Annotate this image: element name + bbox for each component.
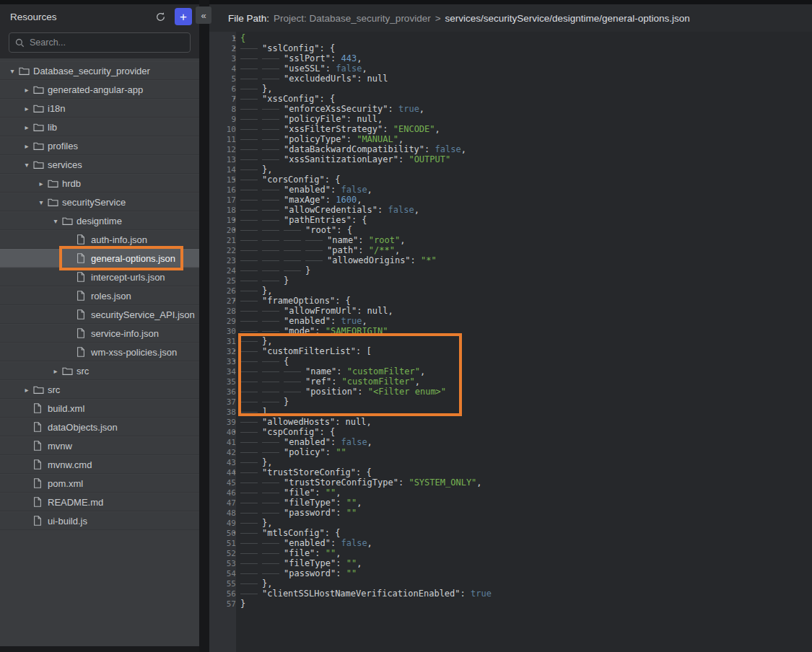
tree-item-src[interactable]: ▸src — [0, 361, 199, 380]
code-line[interactable]: 7▾"xssConfig": { — [209, 94, 812, 104]
add-button[interactable]: + — [175, 8, 192, 25]
code-line[interactable]: 31}, — [209, 336, 812, 346]
fold-arrow-icon[interactable]: ▾ — [232, 225, 236, 235]
code-line[interactable]: 11"policyType": "MANUAL", — [209, 134, 812, 144]
tree-item-mvnw-cmd[interactable]: mvnw.cmd — [0, 455, 199, 474]
code-line[interactable]: 51"enabled": false, — [209, 538, 812, 548]
code-line[interactable]: 16"enabled": false, — [209, 185, 812, 195]
chevron-right-icon[interactable]: ▸ — [49, 367, 62, 375]
sidebar-scrollbar-track[interactable] — [0, 646, 199, 652]
tree-item-i18n[interactable]: ▸i18n — [0, 99, 199, 118]
code-line[interactable]: 1▾{ — [209, 33, 812, 43]
chevron-right-icon[interactable]: ▸ — [20, 123, 33, 131]
tree-item-securityservice[interactable]: ▾securityService — [0, 193, 199, 211]
chevron-right-icon[interactable]: ▸ — [20, 142, 33, 150]
code-line[interactable]: 52"file": "", — [209, 548, 812, 558]
code-line[interactable]: 18"allowCredentials": false, — [209, 205, 812, 215]
code-line[interactable]: 15▾"corsConfig": { — [209, 175, 812, 185]
code-line[interactable]: 2▾"sslConfig": { — [209, 43, 812, 53]
tree-item-build-xml[interactable]: build.xml — [0, 399, 199, 418]
code-line[interactable]: 37} — [209, 397, 812, 407]
code-line[interactable]: 47"fileType": "", — [209, 498, 812, 508]
code-line[interactable]: 46"file": "", — [209, 488, 812, 498]
tree-item-roles-json[interactable]: roles.json — [0, 286, 199, 305]
code-line[interactable]: 23"allowedOrigins": "*" — [209, 255, 812, 265]
code-line[interactable]: 19▾"pathEntries": { — [209, 215, 812, 225]
tree-item-wm-xss-policies-json[interactable]: wm-xss-policies.json — [0, 343, 199, 361]
code-line[interactable]: 49}, — [209, 518, 812, 528]
code-line[interactable]: 5"excludedUrls": null — [209, 74, 812, 84]
chevron-right-icon[interactable]: ▸ — [20, 86, 33, 94]
chevron-down-icon[interactable]: ▾ — [35, 198, 48, 206]
fold-arrow-icon[interactable]: ▾ — [232, 467, 236, 477]
code-line[interactable]: 10"xssFilterStrategy": "ENCODE", — [209, 124, 812, 134]
code-line[interactable]: 30"mode": "SAMEORIGIN" — [209, 326, 812, 336]
tree-item-pom-xml[interactable]: pom.xml — [0, 474, 199, 493]
code-line[interactable]: 28"allowFromUrl": null, — [209, 306, 812, 316]
code-line[interactable]: 4"useSSL": false, — [209, 63, 812, 74]
code-line[interactable]: 41"enabled": false, — [209, 437, 812, 447]
chevron-down-icon[interactable]: ▾ — [20, 161, 33, 169]
code-line[interactable]: 50▾"mtlsConfig": { — [209, 528, 812, 538]
fold-arrow-icon[interactable]: ▾ — [232, 346, 236, 356]
code-line[interactable]: 25} — [209, 276, 812, 286]
code-line[interactable]: 32▾"customFilterList": [ — [209, 346, 812, 356]
search-input[interactable] — [30, 38, 184, 48]
code-line[interactable]: 40▾"cspConfig": { — [209, 427, 812, 437]
fold-arrow-icon[interactable]: ▾ — [232, 94, 236, 104]
tree-item-auth-info-json[interactable]: auth-info.json — [0, 230, 199, 249]
code-line[interactable]: 48"password": "" — [209, 508, 812, 518]
chevron-right-icon[interactable]: ▸ — [20, 105, 33, 113]
refresh-button[interactable] — [152, 8, 169, 25]
code-line[interactable]: 34"name": "customFilter", — [209, 366, 812, 376]
collapse-sidebar-button[interactable]: « — [196, 6, 211, 24]
code-line[interactable]: 36"position": "<Filter enum>" — [209, 387, 812, 397]
code-line[interactable]: 26}, — [209, 286, 812, 296]
code-line[interactable]: 12"dataBackwardCompatibility": false, — [209, 144, 812, 154]
code-line[interactable]: 38], — [209, 407, 812, 417]
tree-item-mvnw[interactable]: mvnw — [0, 436, 199, 455]
tree-item-dataobjects-json[interactable]: dataObjects.json — [0, 418, 199, 436]
code-line[interactable]: 45"trustStoreConfigType": "SYSTEM_ONLY", — [209, 477, 812, 488]
code-line[interactable]: 22"path": "/**", — [209, 245, 812, 255]
tree-item-src[interactable]: ▸src — [0, 380, 199, 399]
code-line[interactable]: 56"clientSSLHostNameVerificationEnabled"… — [209, 589, 812, 599]
code-line[interactable]: 55}, — [209, 578, 812, 589]
code-line[interactable]: 35"ref": "customFilter", — [209, 376, 812, 387]
code-line[interactable]: 3"sslPort": 443, — [209, 53, 812, 63]
code-line[interactable]: 20▾"root": { — [209, 225, 812, 235]
code-line[interactable]: 43}, — [209, 457, 812, 467]
code-line[interactable]: 8"enforceXssSecurity": true, — [209, 104, 812, 114]
code-line[interactable]: 39"allowedHosts": null, — [209, 417, 812, 427]
code-line[interactable]: 57} — [209, 599, 812, 609]
tree-item-general-options-json[interactable]: general-options.json — [0, 249, 199, 268]
chevron-down-icon[interactable]: ▾ — [6, 67, 19, 75]
fold-arrow-icon[interactable]: ▾ — [232, 43, 236, 53]
tree-item-readme-md[interactable]: README.md — [0, 493, 199, 511]
tree-item-service-info-json[interactable]: service-info.json — [0, 324, 199, 343]
fold-arrow-icon[interactable]: ▾ — [232, 296, 236, 306]
tree-item-hrdb[interactable]: ▸hrdb — [0, 174, 199, 193]
fold-arrow-icon[interactable]: ▾ — [232, 215, 236, 225]
code-line[interactable]: 21"name": "root", — [209, 235, 812, 245]
tree-item-ui-build-js[interactable]: ui-build.js — [0, 511, 199, 530]
fold-arrow-icon[interactable]: ▾ — [232, 356, 236, 366]
tree-item-securityservice-api-json[interactable]: securityService_API.json — [0, 305, 199, 324]
code-line[interactable]: 27▾"frameOptions": { — [209, 296, 812, 306]
tree-item-generated-angular-app[interactable]: ▸generated-angular-app — [0, 80, 199, 99]
code-line[interactable]: 33▾{ — [209, 356, 812, 366]
code-line[interactable]: 17"maxAge": 1600, — [209, 195, 812, 205]
code-line[interactable]: 29"enabled": true, — [209, 316, 812, 326]
code-line[interactable]: 14}, — [209, 164, 812, 175]
tree-item-database-security-provider[interactable]: ▾Database_security_provider — [0, 61, 199, 80]
code-line[interactable]: 6}, — [209, 84, 812, 94]
tree-item-services[interactable]: ▾services — [0, 155, 199, 174]
code-line[interactable]: 44▾"trustStoreConfig": { — [209, 467, 812, 477]
code-line[interactable]: 13"xssSanitizationLayer": "OUTPUT" — [209, 154, 812, 164]
search-box[interactable] — [9, 32, 191, 53]
fold-arrow-icon[interactable]: ▾ — [232, 427, 236, 437]
code-line[interactable]: 9"policyFile": null, — [209, 114, 812, 124]
fold-arrow-icon[interactable]: ▾ — [232, 33, 236, 43]
code-lines[interactable]: 1▾{2▾"sslConfig": {3"sslPort": 443,4"use… — [209, 32, 812, 652]
code-line[interactable]: 54"password": "" — [209, 568, 812, 578]
